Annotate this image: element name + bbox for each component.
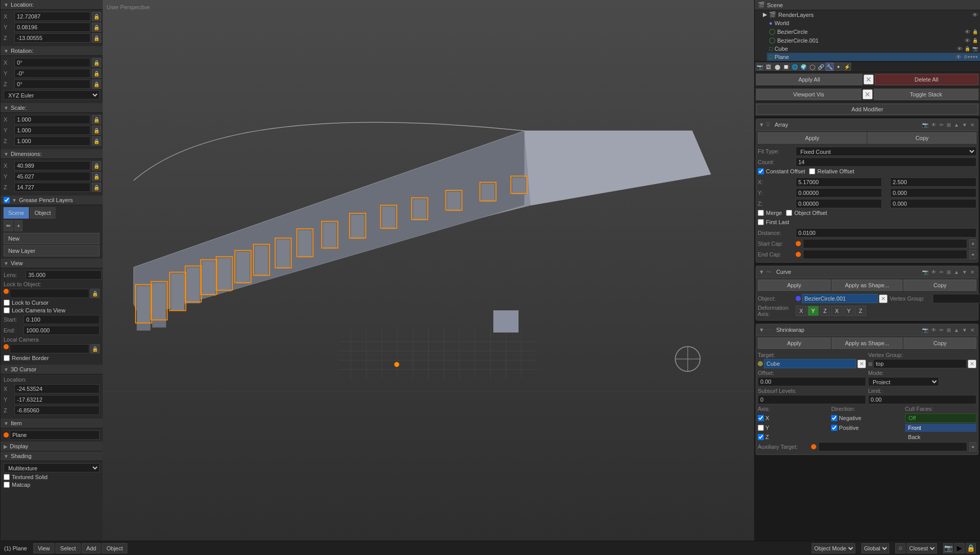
mode-select[interactable]: Object Mode	[812, 543, 855, 553]
curve-axis-z2[interactable]: Z	[855, 306, 866, 316]
mod-icon-world[interactable]: 🌍	[799, 63, 808, 71]
sw-render-icon[interactable]: 📷	[921, 327, 929, 333]
camera-status-btn[interactable]: 📷	[943, 543, 953, 553]
curve-obj-clear[interactable]: ✕	[879, 294, 888, 303]
array-fit-type-select[interactable]: Fixed Count	[796, 147, 976, 156]
sw-cage-icon[interactable]: ⊞	[946, 327, 952, 333]
rot-x-lock[interactable]: 🔒	[92, 58, 101, 67]
lock-status-btn[interactable]: 🔒	[966, 543, 976, 553]
render-border-checkbox[interactable]	[4, 355, 10, 361]
lock-obj-input[interactable]	[10, 289, 89, 298]
loc-z-lock[interactable]: 🔒	[92, 33, 101, 43]
lock-icon[interactable]: 🔒	[965, 46, 970, 51]
apply-all-button[interactable]: Apply All	[756, 74, 862, 85]
loc-x-input[interactable]	[14, 12, 90, 21]
gp-object-btn[interactable]: Object	[30, 207, 55, 219]
cursor-x-input[interactable]	[14, 384, 100, 393]
loc-x-lock[interactable]: 🔒	[92, 12, 101, 21]
scale-z-lock[interactable]: 🔒	[92, 136, 101, 146]
item-section-header[interactable]: ▼ Item	[1, 419, 103, 428]
sw-z-axis-checkbox[interactable]	[758, 434, 764, 440]
clip-start-input[interactable]	[24, 315, 100, 324]
array-close-icon[interactable]: ✕	[969, 122, 975, 128]
render-status-btn[interactable]: ▶	[954, 543, 965, 553]
array-edit-icon[interactable]: ✏	[938, 122, 945, 128]
scale-y-input[interactable]	[14, 126, 90, 135]
cursor-section-header[interactable]: ▼ 3D Cursor	[1, 365, 103, 374]
array-collapse-icon[interactable]: ▼	[759, 122, 764, 128]
array-render-icon[interactable]: 📷	[921, 122, 929, 128]
dim-y-lock[interactable]: 🔒	[92, 172, 101, 181]
snap-button[interactable]: ⊙	[895, 543, 906, 553]
gp-checkbox[interactable]	[4, 197, 10, 203]
sw-eye-icon[interactable]: 👁	[930, 327, 937, 333]
mod-icon-scene[interactable]: 🌐	[791, 63, 799, 71]
object-offset-checkbox[interactable]	[786, 210, 792, 216]
array-distance-input[interactable]	[796, 228, 976, 237]
close-button[interactable]: ✕	[863, 74, 874, 85]
curve-axis-y1[interactable]: Y	[808, 306, 818, 316]
loc-z-input[interactable]	[14, 33, 90, 43]
toggle-stack-button[interactable]: Toggle Stack	[874, 89, 979, 100]
lens-input[interactable]	[26, 270, 102, 280]
close-button2[interactable]: ✕	[862, 89, 873, 100]
scene-item-bezier001[interactable]: ◯ BezierCircle.001 👁 🔒	[767, 36, 980, 45]
array-x-input[interactable]	[796, 177, 882, 187]
vis-icon[interactable]: 👁	[965, 29, 970, 35]
loc-y-input[interactable]	[14, 23, 90, 32]
matcap-checkbox[interactable]	[4, 482, 10, 488]
sw-vg-input[interactable]	[873, 359, 967, 368]
curve-axis-x1[interactable]: X	[796, 306, 806, 316]
curve-axis-z1[interactable]: Z	[820, 306, 831, 316]
textured-solid-checkbox[interactable]	[4, 474, 10, 480]
gp-new-layer-btn[interactable]: New Layer	[4, 245, 100, 256]
curve-vg-input[interactable]	[933, 294, 980, 303]
object-button[interactable]: Object	[102, 543, 127, 553]
vis-icon[interactable]: 👁	[972, 12, 978, 18]
snap-type-select[interactable]: Closest	[907, 543, 937, 553]
gp-scene-btn[interactable]: Scene	[4, 207, 29, 219]
select-button[interactable]: Select	[55, 543, 81, 553]
curve-down-icon[interactable]: ▼	[961, 269, 968, 275]
cursor-y-input[interactable]	[14, 395, 100, 404]
mod-icon-render[interactable]: 🖼	[764, 63, 773, 71]
scene-item-plane[interactable]: □ Plane 👁 ⚙▾▾▾▾	[767, 53, 980, 61]
array-x-relative-input[interactable]	[890, 177, 976, 187]
sw-back-option[interactable]: Back	[905, 433, 976, 441]
first-last-checkbox[interactable]	[758, 219, 764, 225]
loc-y-lock[interactable]: 🔒	[92, 23, 101, 32]
dim-x-input[interactable]	[14, 161, 90, 170]
mod-icon-constraints[interactable]: 🔗	[817, 63, 825, 71]
sw-limit-input[interactable]	[868, 395, 976, 404]
sw-y-axis-checkbox[interactable]	[758, 425, 764, 431]
array-copy-button[interactable]: Copy	[868, 132, 976, 144]
array-y-relative-input[interactable]	[890, 188, 976, 197]
curve-edit-icon[interactable]: ✏	[938, 269, 945, 275]
sw-edit-icon[interactable]: ✏	[938, 327, 945, 333]
scene-item-cube[interactable]: □ Cube 👁 🔒 📷	[767, 45, 980, 53]
location-section-header[interactable]: ▼ Location:	[1, 0, 103, 10]
sw-negative-checkbox[interactable]	[831, 415, 837, 421]
local-cam-input[interactable]	[10, 344, 89, 353]
end-cap-btn[interactable]: +	[969, 250, 976, 259]
array-mod-name-input[interactable]	[772, 121, 919, 129]
sw-mode-select[interactable]: Project Nearest Surface Point Nearest Ve…	[868, 377, 939, 386]
dim-y-input[interactable]	[14, 172, 90, 181]
display-section-header[interactable]: ▶ Display	[1, 442, 103, 451]
lock-icon[interactable]: 🔒	[972, 38, 978, 43]
sw-aux-btn[interactable]: +	[969, 442, 976, 451]
merge-checkbox[interactable]	[758, 210, 764, 216]
rot-y-lock[interactable]: 🔒	[92, 69, 101, 78]
scale-y-lock[interactable]: 🔒	[92, 126, 101, 135]
mod-icon-camera[interactable]: 📷	[756, 63, 764, 71]
sw-vg-clear[interactable]: ✕	[968, 360, 976, 368]
rot-z-input[interactable]	[14, 80, 90, 89]
mod-icon-physics[interactable]: ⚡	[843, 63, 851, 71]
scene-item-renderlayers[interactable]: ▶ 🎬 RenderLayers 👁	[761, 10, 980, 19]
transform-select[interactable]: Global	[861, 543, 889, 553]
array-down-icon[interactable]: ▼	[961, 122, 968, 128]
shrinkwrap-mod-name-input[interactable]	[773, 326, 919, 334]
local-cam-btn[interactable]: 🔒	[90, 344, 100, 353]
item-name-input[interactable]	[10, 430, 100, 440]
sw-down-icon[interactable]: ▼	[961, 327, 968, 333]
